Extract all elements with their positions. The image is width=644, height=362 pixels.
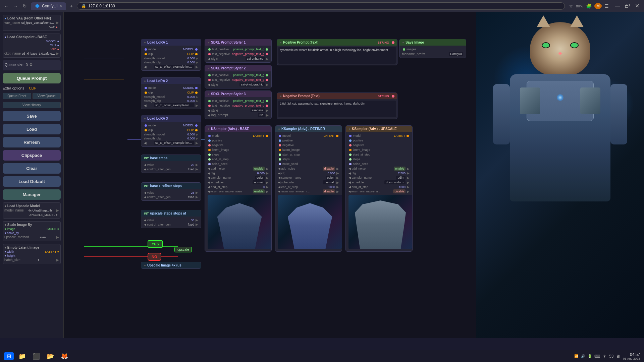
- taskbar-firefox-icon[interactable]: 🦊: [59, 352, 70, 361]
- ks-refiner-sampler-arrow[interactable]: ▶: [336, 176, 339, 180]
- lora3-sc-arrow[interactable]: ▶: [196, 137, 198, 140]
- taskbar-volume-icon: 🔊: [581, 354, 585, 358]
- ks-upscale-return-arrow[interactable]: ▶: [407, 190, 410, 193]
- manager-button[interactable]: Manager: [3, 189, 61, 200]
- sp3-log-arrow[interactable]: ▶: [266, 113, 269, 117]
- load-upscale-panel: ● Load Upscale Model model_name 4x-Ultra…: [3, 202, 61, 219]
- ks-upscale-add-noise-btn[interactable]: enable: [394, 167, 406, 171]
- ks-base-sampler-arrow[interactable]: ▶: [266, 176, 269, 180]
- extensions-icon[interactable]: 🧩: [585, 3, 593, 9]
- ks-refiner-cfg-arrow[interactable]: ▶: [336, 171, 339, 175]
- clipspace-button[interactable]: Clipspace: [3, 150, 61, 161]
- ckpt-arrow-btn[interactable]: ▶: [56, 52, 59, 55]
- ksampler-refiner-header: ● KSampler (Adv.) - REFINER: [275, 126, 342, 132]
- base-steps-arrow[interactable]: ▶: [196, 163, 198, 167]
- load-default-button[interactable]: Load Default: [3, 176, 61, 187]
- ks-base-cfg-arrow[interactable]: ▶: [266, 171, 269, 175]
- star-icon[interactable]: ☆: [568, 3, 575, 9]
- lora3-sm-arrow[interactable]: ▶: [196, 133, 198, 136]
- ks-refiner-endstep-arrow[interactable]: ▶: [336, 185, 339, 189]
- positive-prompt-text: cybernetic cat wears futuristic armor, i…: [278, 47, 396, 64]
- sp1-style-arrow[interactable]: ▶: [266, 57, 269, 61]
- queue-row: Queue size: 0 ⚙: [5, 62, 59, 67]
- save-images-in: [403, 48, 405, 51]
- load-lora2-header: ● Load LoRA 2: [141, 78, 201, 84]
- upscale-method-arrow[interactable]: ▶: [56, 235, 59, 239]
- ks-upscale-cfg-arrow[interactable]: ▶: [407, 171, 410, 175]
- ks-refiner-add-noise-btn[interactable]: disable: [323, 167, 335, 171]
- start-button[interactable]: ⊞: [4, 352, 14, 360]
- vae-arrow-btn[interactable]: ▶: [56, 21, 59, 24]
- ks-upscale-endstep-arrow[interactable]: ▶: [407, 185, 410, 189]
- close-window-button[interactable]: ✕: [633, 3, 641, 9]
- queue-section: Queue size: 0 ⚙: [3, 60, 61, 70]
- ks-base-endstep-arrow[interactable]: ▶: [266, 185, 269, 189]
- lora3-clip-in: [145, 129, 147, 131]
- ks-upscale-return-noise-btn[interactable]: disable: [393, 189, 406, 193]
- new-tab-button[interactable]: +: [69, 3, 74, 9]
- taskbar-cpu-count: 53: [609, 354, 613, 359]
- refresh-button[interactable]: Refresh: [3, 137, 61, 147]
- lora3-name-arrow[interactable]: ▶: [196, 141, 198, 145]
- close-tab-icon[interactable]: ×: [60, 4, 62, 8]
- lora2-name-arrow[interactable]: ▶: [196, 104, 198, 107]
- browser-refresh-button[interactable]: ↻: [21, 3, 28, 9]
- sdxl-prompt2-header: ● SDXL Prompt Styler 2: [205, 65, 271, 71]
- sp2-style-arrow[interactable]: ▶: [266, 83, 269, 86]
- lora1-strength-clip: strength_clip 0.000 ▶: [143, 60, 200, 64]
- ks-base-add-noise-btn[interactable]: enable: [253, 167, 265, 171]
- ks-upscale-add-noise-arrow[interactable]: ▶: [407, 167, 410, 171]
- view-history-button[interactable]: View History: [3, 102, 61, 108]
- view-queue-button[interactable]: View Queue: [33, 93, 61, 99]
- lora2-model-out: [195, 87, 198, 89]
- taskbar-folder-icon[interactable]: 📂: [45, 352, 56, 361]
- upscale-steps-control-arrow[interactable]: ▶: [196, 223, 198, 226]
- forward-button[interactable]: →: [12, 3, 19, 9]
- upscale-model-arrow[interactable]: ▶: [56, 208, 59, 212]
- batch-size-arrow[interactable]: ▶: [56, 258, 59, 262]
- sp3-style-arrow[interactable]: ▶: [266, 109, 269, 112]
- queue-prompt-button[interactable]: Queue Prompt: [3, 73, 61, 83]
- ksampler-refiner-preview: [278, 195, 342, 249]
- positive-prompt-header: ● Positive Prompt (Text) STRING: [277, 39, 397, 46]
- sdxl-prompt1-header: ● SDXL Prompt Styler 1: [205, 39, 271, 46]
- ks-base-return-noise-btn[interactable]: enable: [253, 189, 265, 193]
- ks-refiner-return-noise-btn[interactable]: disable: [323, 189, 335, 193]
- sp1-text-pos-in: [208, 48, 211, 51]
- minimize-button[interactable]: —: [613, 3, 622, 9]
- history-row: View History: [3, 102, 61, 108]
- ks-refiner-return-arrow[interactable]: ▶: [336, 190, 339, 193]
- lora1-strength-clip-arrow[interactable]: ▶: [196, 61, 198, 64]
- save-button[interactable]: Save: [3, 111, 61, 121]
- ks-upscale-scheduler-arrow[interactable]: ▶: [407, 181, 410, 184]
- clear-button[interactable]: Clear: [3, 163, 61, 174]
- load-button[interactable]: Load: [3, 124, 61, 134]
- canvas-area[interactable]: ● Load LoRA 1 model MODEL clip CLIP str: [64, 12, 476, 338]
- lora2-sc-arrow[interactable]: ▶: [196, 100, 198, 103]
- queue-front-button[interactable]: Queue Front: [3, 93, 31, 99]
- taskbar-terminal-icon[interactable]: ⬛: [31, 352, 42, 361]
- ks-base-return-arrow[interactable]: ▶: [266, 190, 269, 193]
- lora2-sm-arrow[interactable]: ▶: [196, 96, 198, 99]
- base-steps-control-arrow[interactable]: ▶: [196, 167, 198, 171]
- base-refiner-steps-arrow[interactable]: ▶: [196, 191, 198, 194]
- browser-tab[interactable]: 🔷 ComfyUI ×: [31, 2, 66, 10]
- address-bar[interactable]: 🔒 127.0.0.1:8189: [77, 2, 565, 10]
- upscale-steps-arrow[interactable]: ▶: [196, 218, 198, 222]
- lora3-model-in: [145, 124, 147, 127]
- ks-refiner-scheduler-arrow[interactable]: ▶: [336, 181, 339, 184]
- ks-base-scheduler-arrow[interactable]: ▶: [266, 181, 269, 184]
- lora1-name-arrow[interactable]: ▶: [196, 65, 198, 69]
- back-button[interactable]: ←: [3, 3, 10, 9]
- profile-icon[interactable]: M: [594, 3, 602, 9]
- lora1-strength-model-arrow[interactable]: ▶: [196, 57, 198, 60]
- ksampler-base-node: ● KSampler (Adv.) - BASE model LATENT po…: [205, 125, 272, 252]
- queue-settings-icon[interactable]: ⚙: [29, 62, 33, 67]
- refiner-steps-control-arrow[interactable]: ▶: [196, 195, 198, 199]
- taskbar-file-icon[interactable]: 📁: [16, 352, 28, 361]
- menu-icon[interactable]: ☰: [603, 3, 610, 9]
- ks-refiner-add-noise-arrow[interactable]: ▶: [336, 167, 339, 171]
- ks-base-add-noise-arrow[interactable]: ▶: [266, 167, 269, 171]
- maximize-button[interactable]: 🗗: [623, 3, 632, 9]
- ks-upscale-sampler-arrow[interactable]: ▶: [407, 176, 410, 180]
